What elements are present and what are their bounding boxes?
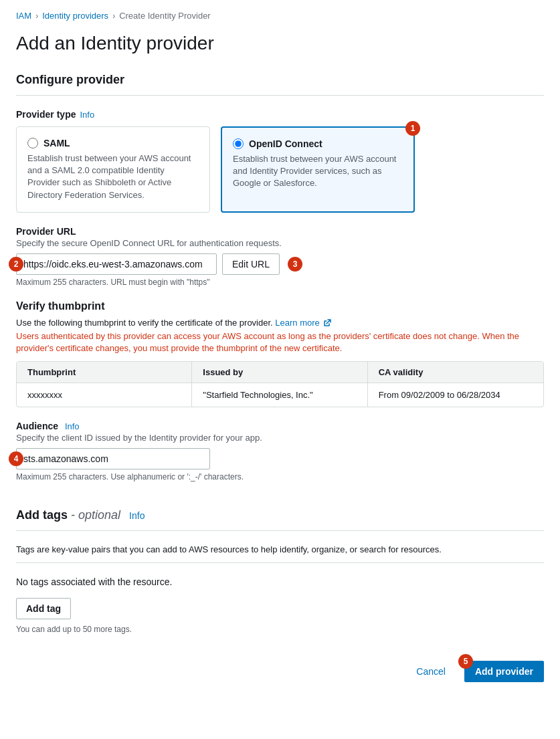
saml-card-title: SAML: [27, 138, 199, 148]
audience-input[interactable]: [16, 448, 210, 469]
saml-card[interactable]: SAML Establish trust between your AWS ac…: [16, 126, 210, 213]
tags-header: Add tags - optional Info: [16, 508, 544, 522]
saml-radio[interactable]: [27, 138, 38, 148]
cancel-button[interactable]: Cancel: [405, 661, 456, 682]
external-link-icon: [323, 319, 331, 327]
breadcrumb: IAM › Identity providers › Create Identi…: [16, 11, 544, 21]
step-badge-1: 1: [405, 121, 420, 136]
footer-actions: 5 Cancel Add provider: [16, 661, 544, 682]
openid-card-desc: Establish trust between your AWS account…: [233, 153, 403, 190]
audience-input-wrapper: 4: [16, 448, 210, 469]
provider-url-section: Provider URL Specify the secure OpenID C…: [16, 226, 544, 287]
tags-info[interactable]: Info: [129, 510, 145, 521]
learn-more-link[interactable]: Learn more: [275, 318, 319, 328]
th-ca-validity: CA validity: [368, 362, 543, 383]
provider-url-label: Provider URL: [16, 226, 544, 237]
td-ca-validity: From 09/02/2009 to 06/28/2034: [368, 383, 543, 407]
step-badge-5: 5: [458, 654, 473, 669]
tags-section: Add tags - optional Info Tags are key-va…: [16, 508, 544, 634]
breadcrumb-identity-providers[interactable]: Identity providers: [42, 11, 108, 21]
audience-description: Specify the client ID issued by the Iden…: [16, 433, 544, 443]
add-provider-button[interactable]: Add provider: [464, 661, 544, 682]
provider-options: SAML Establish trust between your AWS ac…: [16, 126, 544, 213]
breadcrumb-sep-1: ›: [35, 11, 38, 21]
thumbprint-table-row: xxxxxxxx "Starfield Technologies, Inc." …: [17, 383, 543, 407]
configure-divider: [16, 95, 544, 96]
audience-label: Audience Info: [16, 421, 544, 431]
thumbprint-table-header: Thumbprint Issued by CA validity: [17, 362, 543, 383]
breadcrumb-iam[interactable]: IAM: [16, 11, 31, 21]
tags-divider: [16, 530, 544, 531]
tags-content-divider: [16, 562, 544, 563]
td-thumbprint: xxxxxxxx: [17, 383, 192, 407]
verify-thumbprint-desc: Use the following thumbprint to verify t…: [16, 318, 544, 328]
openid-card[interactable]: 1 OpenID Connect Establish trust between…: [221, 126, 415, 213]
thumbprint-table: Thumbprint Issued by CA validity xxxxxxx…: [16, 361, 544, 407]
tags-description: Tags are key-value pairs that you can ad…: [16, 544, 544, 554]
provider-type-info[interactable]: Info: [80, 110, 94, 120]
step-badge-3: 3: [288, 257, 302, 272]
verify-thumbprint-warning: Users authenticated by this provider can…: [16, 330, 544, 354]
th-issued-by: Issued by: [192, 362, 367, 383]
no-tags-text: No tags associated with the resource.: [16, 576, 544, 587]
breadcrumb-current: Create Identity Provider: [119, 11, 211, 21]
configure-section-title: Configure provider: [16, 73, 544, 87]
provider-url-description: Specify the secure OpenID Connect URL fo…: [16, 238, 544, 248]
provider-url-input[interactable]: [16, 253, 217, 275]
audience-section: Audience Info Specify the client ID issu…: [16, 421, 544, 482]
openid-card-title: OpenID Connect: [233, 138, 403, 149]
page-title: Add an Identity provider: [16, 33, 544, 54]
add-tag-button[interactable]: Add tag: [16, 598, 71, 619]
edit-url-button[interactable]: Edit URL: [222, 253, 280, 275]
step-badge-2: 2: [9, 257, 23, 272]
breadcrumb-sep-2: ›: [112, 11, 115, 21]
tags-limit-hint: You can add up to 50 more tags.: [16, 625, 544, 634]
saml-card-desc: Establish trust between your AWS account…: [27, 152, 199, 201]
provider-url-row: 2 Edit URL 3: [16, 253, 544, 275]
configure-provider-section: Configure provider Provider type Info SA…: [16, 73, 544, 482]
openid-radio[interactable]: [233, 138, 244, 149]
provider-url-hint: Maximum 255 characters. URL must begin w…: [16, 278, 544, 287]
provider-type-label: Provider type Info: [16, 109, 544, 120]
audience-info[interactable]: Info: [65, 421, 80, 431]
td-issued-by: "Starfield Technologies, Inc.": [192, 383, 367, 407]
verify-thumbprint-title: Verify thumbprint: [16, 300, 544, 312]
th-thumbprint: Thumbprint: [17, 362, 192, 383]
verify-thumbprint-section: Verify thumbprint Use the following thum…: [16, 300, 544, 407]
step-badge-4: 4: [9, 451, 23, 466]
audience-hint: Maximum 255 characters. Use alphanumeric…: [16, 472, 544, 482]
